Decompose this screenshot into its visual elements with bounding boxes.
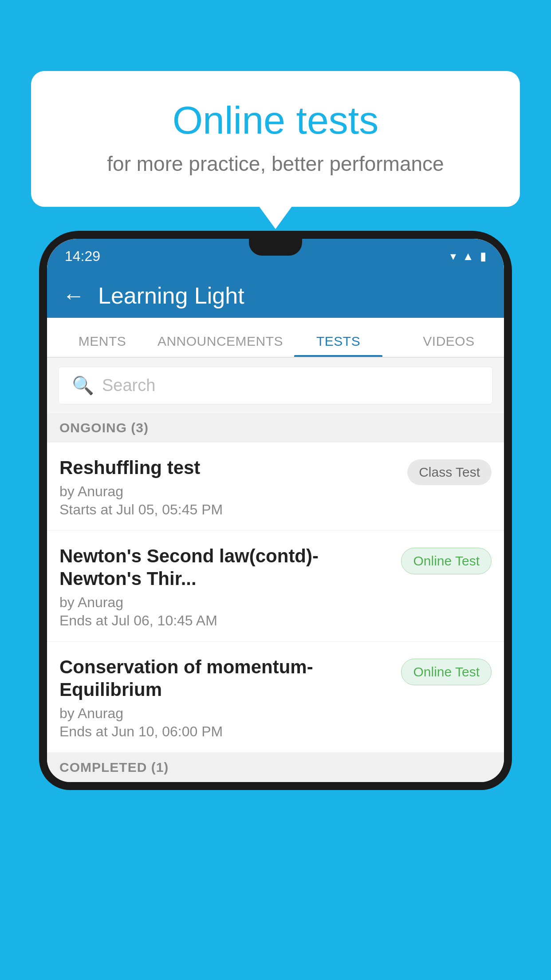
notch bbox=[249, 239, 302, 256]
test-badge-2: Online Test bbox=[401, 548, 492, 574]
search-input[interactable]: Search bbox=[102, 376, 155, 395]
signal-icon: ▲ bbox=[462, 249, 474, 263]
status-time: 14:29 bbox=[65, 248, 100, 265]
status-bar: 14:29 ▾ ▲ ▮ bbox=[47, 239, 504, 273]
test-badge-3: Online Test bbox=[401, 659, 492, 685]
test-info-1: Reshuffling test by Anurag Starts at Jul… bbox=[59, 457, 407, 518]
speech-bubble-container: Online tests for more practice, better p… bbox=[31, 71, 520, 207]
battery-icon: ▮ bbox=[480, 249, 486, 263]
tab-videos[interactable]: VIDEOS bbox=[394, 334, 504, 357]
test-item-1[interactable]: Reshuffling test by Anurag Starts at Jul… bbox=[47, 443, 504, 531]
search-icon: 🔍 bbox=[72, 375, 94, 396]
search-bar[interactable]: 🔍 Search bbox=[58, 367, 493, 404]
test-list: Reshuffling test by Anurag Starts at Jul… bbox=[47, 443, 504, 753]
tab-ments[interactable]: MENTS bbox=[47, 334, 157, 357]
online-tests-title: Online tests bbox=[67, 98, 484, 143]
test-time-1: Starts at Jul 05, 05:45 PM bbox=[59, 502, 398, 518]
phone-wrapper: 14:29 ▾ ▲ ▮ ← Learning Light MENTS ANNOU… bbox=[39, 231, 512, 980]
test-title-1: Reshuffling test bbox=[59, 457, 398, 479]
speech-bubble: Online tests for more practice, better p… bbox=[31, 71, 520, 207]
test-item-2[interactable]: Newton's Second law(contd)-Newton's Thir… bbox=[47, 531, 504, 642]
test-author-2: by Anurag bbox=[59, 594, 392, 611]
wifi-icon: ▾ bbox=[450, 249, 456, 263]
test-info-3: Conservation of momentum-Equilibrium by … bbox=[59, 656, 401, 740]
test-item-3[interactable]: Conservation of momentum-Equilibrium by … bbox=[47, 642, 504, 753]
phone-screen: 14:29 ▾ ▲ ▮ ← Learning Light MENTS ANNOU… bbox=[47, 239, 504, 782]
tab-announcements[interactable]: ANNOUNCEMENTS bbox=[157, 334, 283, 357]
search-container: 🔍 Search bbox=[47, 358, 504, 413]
tab-tests[interactable]: TESTS bbox=[283, 334, 394, 357]
completed-section-header: COMPLETED (1) bbox=[47, 753, 504, 782]
app-header: ← Learning Light bbox=[47, 273, 504, 318]
status-icons: ▾ ▲ ▮ bbox=[450, 249, 486, 263]
app-title: Learning Light bbox=[98, 282, 244, 309]
test-author-3: by Anurag bbox=[59, 705, 392, 722]
online-tests-subtitle: for more practice, better performance bbox=[67, 152, 484, 176]
test-badge-1: Class Test bbox=[407, 459, 492, 485]
ongoing-label: ONGOING (3) bbox=[59, 420, 149, 435]
back-button[interactable]: ← bbox=[63, 283, 85, 308]
test-time-2: Ends at Jul 06, 10:45 AM bbox=[59, 612, 392, 629]
test-author-1: by Anurag bbox=[59, 483, 398, 500]
test-time-3: Ends at Jun 10, 06:00 PM bbox=[59, 723, 392, 740]
test-title-3: Conservation of momentum-Equilibrium bbox=[59, 656, 392, 701]
tab-bar: MENTS ANNOUNCEMENTS TESTS VIDEOS bbox=[47, 318, 504, 358]
completed-label: COMPLETED (1) bbox=[59, 760, 169, 775]
test-title-2: Newton's Second law(contd)-Newton's Thir… bbox=[59, 545, 392, 590]
ongoing-section-header: ONGOING (3) bbox=[47, 413, 504, 443]
test-info-2: Newton's Second law(contd)-Newton's Thir… bbox=[59, 545, 401, 629]
phone-outer: 14:29 ▾ ▲ ▮ ← Learning Light MENTS ANNOU… bbox=[39, 231, 512, 790]
